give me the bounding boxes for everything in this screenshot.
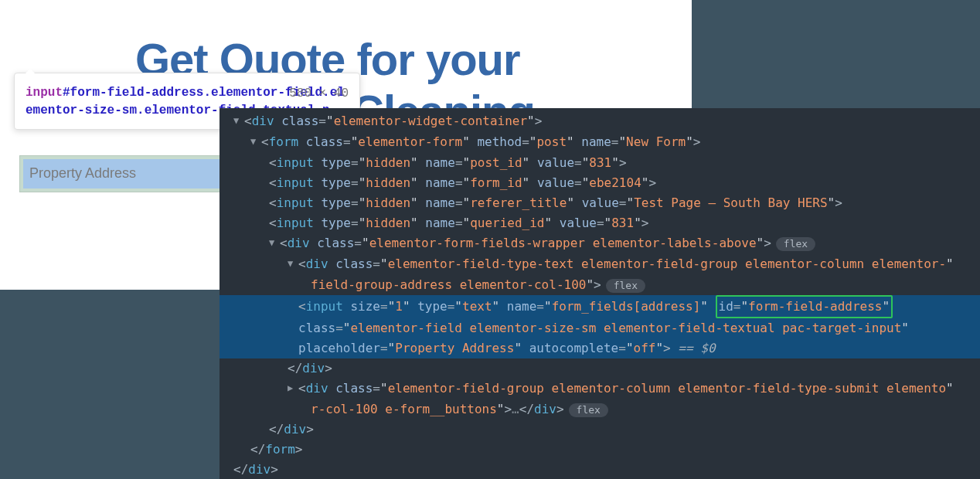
- dom-node[interactable]: <input type="hidden" name="form_id" valu…: [219, 173, 980, 193]
- flex-badge: flex: [569, 403, 608, 417]
- dom-node[interactable]: ▼<div class="elementor-widget-container"…: [219, 111, 980, 132]
- tooltip-dimensions: 580 × 40: [289, 85, 349, 103]
- dom-close[interactable]: </div>: [219, 420, 980, 440]
- expand-arrow-icon[interactable]: ▼: [233, 110, 244, 131]
- dom-node-cont: field-group-address elementor-col-100">f…: [219, 275, 980, 295]
- dom-node[interactable]: ▼<div class="elementor-field-type-text e…: [219, 254, 980, 275]
- dom-node[interactable]: <input type="hidden" name="post_id" valu…: [219, 153, 980, 173]
- flex-badge: flex: [606, 279, 645, 293]
- dom-node[interactable]: ▼<div class="elementor-form-fields-wrapp…: [219, 233, 980, 254]
- selected-dom-node[interactable]: <input size="1" type="text" name="form_f…: [219, 295, 980, 318]
- expand-arrow-icon[interactable]: ▶: [288, 378, 298, 398]
- dom-node[interactable]: <input type="hidden" name="referer_title…: [219, 193, 980, 213]
- expand-arrow-icon[interactable]: ▼: [250, 131, 261, 151]
- expand-arrow-icon[interactable]: ▼: [288, 253, 298, 273]
- flex-badge: flex: [776, 237, 815, 251]
- tooltip-tag: input: [26, 86, 63, 100]
- dom-close[interactable]: </div>: [219, 358, 980, 379]
- dom-close[interactable]: </form>: [219, 440, 980, 460]
- expand-arrow-icon[interactable]: ▼: [269, 233, 280, 253]
- dom-node[interactable]: <input type="hidden" name="queried_id" v…: [219, 213, 980, 233]
- property-address-field[interactable]: Property Address: [19, 155, 224, 192]
- property-address-placeholder: Property Address: [29, 165, 136, 182]
- id-highlight-box: id="form-field-address": [716, 295, 893, 318]
- dom-close[interactable]: </div>: [219, 460, 980, 479]
- selected-dom-node-cont: class="elementor-field elementor-size-sm…: [219, 318, 980, 338]
- dom-node[interactable]: ▼<form class="elementor-form" method="po…: [219, 132, 980, 153]
- selected-dom-node-cont: placeholder="Property Address" autocompl…: [219, 338, 980, 358]
- dom-node[interactable]: ▶<div class="elementor-field-group eleme…: [219, 379, 980, 399]
- tooltip-pointer: [26, 69, 35, 73]
- devtools-elements-panel[interactable]: ▼<div class="elementor-widget-container"…: [219, 108, 980, 479]
- dom-node-cont: r-col-100 e-form__buttons">…</div>flex: [219, 399, 980, 420]
